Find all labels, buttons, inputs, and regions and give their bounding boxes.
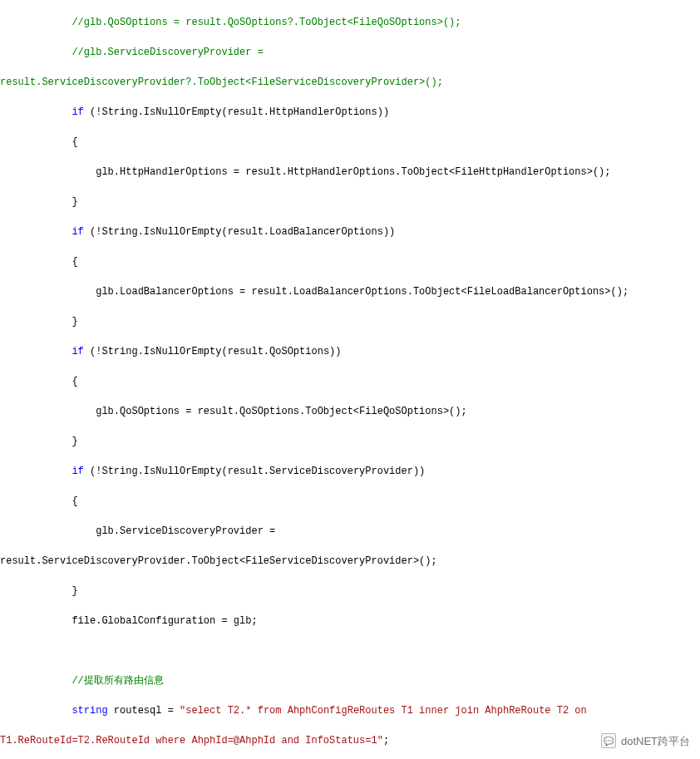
code-line: if (!String.IsNullOrEmpty(result.Service… [0,464,700,479]
string-literal: "select T2.* from AhphConfigReRoutes T1 … [180,705,593,717]
code-line: if (!String.IsNullOrEmpty(result.QoSOpti… [0,344,700,359]
code-line: if (!String.IsNullOrEmpty(result.LoadBal… [0,224,700,239]
comment-line: //提取所有路由信息 [0,673,700,688]
code-block: //glb.QoSOptions = result.QoSOptions?.To… [0,0,700,759]
keyword: if [0,106,84,118]
brace: } [0,314,700,329]
code-line: glb.LoadBalancerOptions = result.LoadBal… [0,284,700,299]
comment-line: result.ServiceDiscoveryProvider?.ToObjec… [0,75,700,90]
watermark: 💬 dotNET跨平台 [601,733,690,750]
wechat-icon: 💬 [601,733,616,748]
code-line: T1.ReRouteId=T2.ReRouteId where AhphId=@… [0,733,700,748]
keyword: if [0,466,84,477]
brace: } [0,195,700,209]
code-line: glb.HttpHandlerOptions = result.HttpHand… [0,165,700,180]
code-line: glb.ServiceDiscoveryProvider = [0,524,700,539]
keyword: string [71,705,107,717]
brace: { [0,494,700,509]
keyword: if [0,346,84,357]
code-line: glb.QoSOptions = result.QoSOptions.ToObj… [0,404,700,419]
code-line: result.ServiceDiscoveryProvider.ToObject… [0,554,700,569]
brace: { [0,374,700,389]
brace: { [0,254,700,269]
brace: { [0,135,700,150]
brace: } [0,434,700,449]
code-line: string routesql = "select T2.* from Ahph… [0,703,700,718]
comment-line: //glb.ServiceDiscoveryProvider = [0,45,700,60]
code-line: if (!String.IsNullOrEmpty(result.HttpHan… [0,105,700,120]
keyword: if [0,226,84,238]
blank-line [0,643,700,658]
comment-line: //glb.QoSOptions = result.QoSOptions?.To… [0,15,700,30]
string-literal: T1.ReRouteId=T2.ReRouteId where AhphId=@… [0,735,383,747]
code-line: file.GlobalConfiguration = glb; [0,614,700,628]
watermark-text: dotNET跨平台 [621,733,690,750]
brace: } [0,584,700,599]
